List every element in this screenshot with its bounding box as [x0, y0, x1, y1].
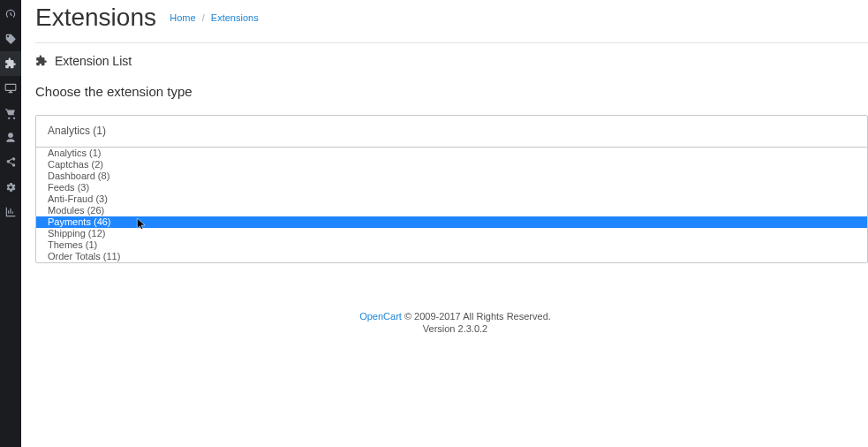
panel: Extension List Choose the extension type…: [35, 42, 868, 279]
section-title: Choose the extension type: [35, 77, 868, 111]
footer: OpenCart © 2009-2017 All Rights Reserved…: [42, 311, 868, 334]
option-anti-fraud[interactable]: Anti-Fraud (3): [36, 193, 867, 205]
footer-copyright: © 2009-2017 All Rights Reserved.: [402, 311, 551, 322]
sidebar: [0, 0, 21, 447]
breadcrumb-home[interactable]: Home: [170, 12, 195, 23]
option-modules[interactable]: Modules (26): [36, 205, 867, 216]
option-shipping[interactable]: Shipping (12): [36, 228, 867, 239]
option-dashboard[interactable]: Dashboard (8): [36, 170, 867, 182]
dashboard-icon: [4, 8, 17, 20]
select-dropdown: Analytics (1) Captchas (2) Dashboard (8)…: [36, 148, 867, 262]
option-payments[interactable]: Payments (46): [36, 216, 867, 228]
user-icon: [4, 132, 17, 144]
sidebar-item-dashboard[interactable]: [0, 2, 21, 27]
breadcrumb-separator: /: [202, 12, 205, 23]
sidebar-item-sales[interactable]: [0, 101, 21, 125]
panel-body: Choose the extension type Ar A G Analyti…: [35, 77, 868, 279]
sidebar-item-marketing[interactable]: [0, 150, 21, 175]
panel-heading: Extension List: [35, 43, 868, 77]
sidebar-item-customers[interactable]: [0, 125, 21, 150]
page-title: Extensions: [35, 4, 156, 32]
extension-type-select[interactable]: Analytics (1) Analytics (1) Captchas (2)…: [35, 115, 868, 263]
option-feeds[interactable]: Feeds (3): [36, 182, 867, 193]
page-header: Extensions Home / Extensions: [21, 0, 868, 42]
cog-icon: [4, 181, 17, 193]
option-analytics[interactable]: Analytics (1): [36, 148, 867, 159]
footer-version: Version 2.3.0.2: [42, 323, 868, 334]
sidebar-item-catalog[interactable]: [0, 27, 21, 51]
option-captchas[interactable]: Captchas (2): [36, 159, 867, 170]
sidebar-item-extensions[interactable]: [0, 51, 21, 76]
sidebar-item-reports[interactable]: [0, 200, 21, 224]
option-themes[interactable]: Themes (1): [36, 239, 867, 251]
sidebar-item-design[interactable]: [0, 76, 21, 101]
share-icon: [4, 156, 17, 169]
panel-heading-text: Extension List: [55, 54, 132, 68]
puzzle-icon: [4, 57, 17, 70]
puzzle-icon: [35, 55, 48, 67]
cart-icon: [4, 107, 17, 119]
tag-icon: [4, 33, 17, 45]
breadcrumb-current[interactable]: Extensions: [211, 12, 259, 23]
desktop-icon: [4, 82, 17, 95]
footer-brand-link[interactable]: OpenCart: [359, 311, 402, 322]
content: Extensions Home / Extensions Extension L…: [21, 0, 868, 447]
sidebar-item-system[interactable]: [0, 175, 21, 200]
chart-icon: [4, 206, 17, 218]
option-order-totals[interactable]: Order Totals (11): [36, 251, 867, 262]
breadcrumb: Home / Extensions: [170, 12, 258, 23]
select-display[interactable]: Analytics (1): [36, 116, 867, 148]
